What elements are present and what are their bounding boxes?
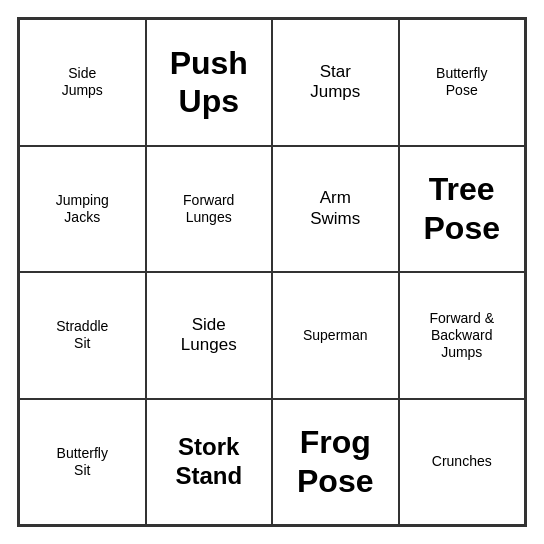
bingo-card: SideJumpsPushUpsStarJumpsButterflyPoseJu… [17,17,527,527]
cell-13: StorkStand [146,399,273,526]
cell-14: FrogPose [272,399,399,526]
cell-5: ForwardLunges [146,146,273,273]
cell-label-9: SideLunges [181,315,237,356]
cell-label-2: StarJumps [310,62,360,103]
cell-label-8: StraddleSit [56,318,108,352]
cell-label-5: ForwardLunges [183,192,234,226]
cell-6: ArmSwims [272,146,399,273]
cell-9: SideLunges [146,272,273,399]
cell-10: Superman [272,272,399,399]
cell-label-14: FrogPose [297,423,373,500]
cell-0: SideJumps [19,19,146,146]
cell-11: Forward &BackwardJumps [399,272,526,399]
cell-label-11: Forward &BackwardJumps [429,310,494,360]
cell-3: ButterflyPose [399,19,526,146]
cell-15: Crunches [399,399,526,526]
cell-label-3: ButterflyPose [436,65,487,99]
cell-label-15: Crunches [432,453,492,470]
cell-label-0: SideJumps [62,65,103,99]
cell-label-1: PushUps [170,44,248,121]
cell-label-13: StorkStand [175,433,242,491]
cell-label-6: ArmSwims [310,188,360,229]
cell-7: TreePose [399,146,526,273]
cell-12: ButterflySit [19,399,146,526]
cell-8: StraddleSit [19,272,146,399]
cell-label-10: Superman [303,327,368,344]
cell-label-12: ButterflySit [57,445,108,479]
cell-2: StarJumps [272,19,399,146]
cell-1: PushUps [146,19,273,146]
cell-label-4: JumpingJacks [56,192,109,226]
cell-label-7: TreePose [424,170,500,247]
cell-4: JumpingJacks [19,146,146,273]
